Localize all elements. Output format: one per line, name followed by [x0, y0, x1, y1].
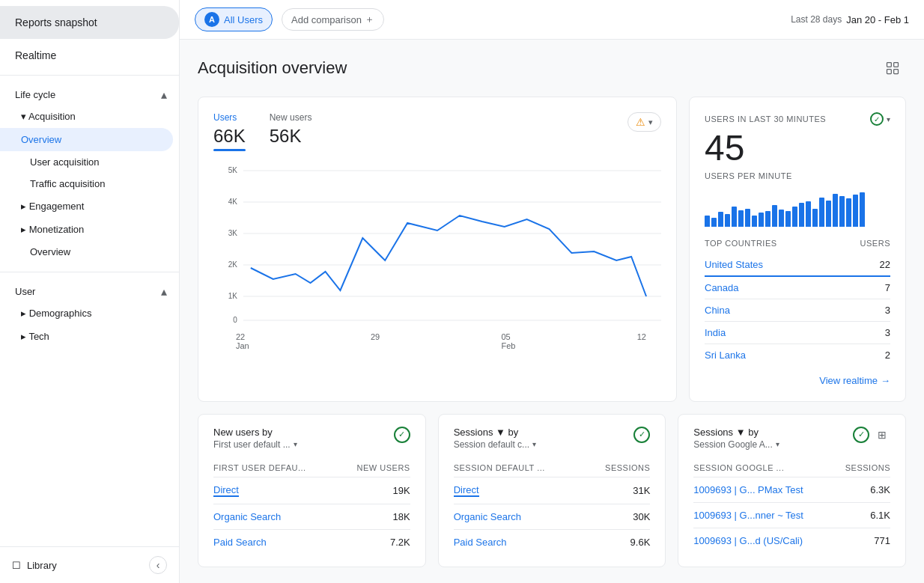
table-row-value: 7.2K — [390, 537, 410, 548]
table-row-name[interactable]: 1009693 | G...nner ~ Test — [693, 510, 803, 521]
alert-triangle-icon: ⚠ — [636, 116, 645, 128]
check-icon: ✓ — [394, 427, 410, 443]
sidebar-acquisition[interactable]: ▾ Acquisition — [0, 105, 173, 128]
table-row: 1009693 | G... PMax Test 6.3K — [693, 477, 890, 503]
card-icons: ✓ ⊞ — [853, 427, 890, 443]
svg-text:2K: 2K — [228, 260, 238, 269]
country-name: United States — [705, 259, 763, 270]
sidebar: Reports snapshot Realtime Life cycle ▴ ▾… — [0, 0, 180, 583]
realtime-card: USERS IN LAST 30 MINUTES ✓ ▾ 45 USERS PE… — [689, 97, 906, 402]
mini-bar-chart — [705, 189, 890, 227]
alert-dropdown-icon: ▾ — [648, 117, 653, 127]
mini-bar-item — [759, 213, 764, 226]
country-row[interactable]: Sri Lanka2 — [705, 344, 890, 366]
sidebar-group-lifecycle: Life cycle ▴ ▾ Acquisition Overview User… — [0, 82, 179, 263]
mini-bar-item — [738, 210, 744, 227]
sidebar-user-section[interactable]: User ▴ — [0, 278, 179, 302]
table-row-name[interactable]: Paid Search — [454, 537, 507, 548]
sidebar-demographics[interactable]: ▸ Demographics — [0, 302, 173, 325]
sidebar-bottom: ☐ Library ‹ — [0, 546, 179, 583]
country-row[interactable]: United States22 — [705, 254, 890, 277]
new-users-metric-tab[interactable]: New users 56K — [270, 112, 312, 151]
dropdown-arrow: ▾ — [776, 440, 779, 448]
bottom-card-0: New users by First user default ... ▾ ✓ … — [198, 414, 426, 567]
chart-alert-button[interactable]: ⚠ ▾ — [627, 112, 661, 132]
arrow-right-icon: → — [881, 375, 890, 386]
line-chart-svg: 5K 4K 3K 2K 1K 0 — [213, 163, 661, 328]
mini-bar-item — [819, 198, 824, 227]
table-row-value: 19K — [393, 485, 410, 496]
main-content: A All Users Add comparison ＋ Last 28 day… — [180, 0, 924, 583]
table-row-value: 771 — [874, 535, 890, 546]
svg-rect-2 — [887, 70, 892, 74]
view-realtime-label: View realtime — [819, 375, 878, 386]
user-acquisition-label: User acquisition — [30, 156, 100, 168]
mini-bar-item — [833, 194, 838, 227]
check-icon: ✓ — [633, 427, 650, 443]
table-row-value: 31K — [633, 485, 650, 496]
sidebar-reports-snapshot[interactable]: Reports snapshot — [0, 6, 179, 39]
page-title: Acquisition overview — [198, 58, 347, 78]
sidebar-monetization[interactable]: ▸ Monetization — [0, 218, 173, 241]
country-row[interactable]: Canada7 — [705, 277, 890, 299]
chart-x-labels: 22Jan 29 05Feb 12 — [213, 328, 661, 350]
x-label-3: 05Feb — [502, 332, 516, 350]
users-metric-tab[interactable]: Users 66K — [213, 112, 246, 151]
main-chart-card: Users 66K New users 56K ⚠ ▾ — [198, 97, 677, 402]
table-row: 1009693 | G...d (US/Cali) 771 — [693, 528, 890, 553]
table-row-name[interactable]: Paid Search — [213, 537, 267, 548]
customize-report-button[interactable] — [879, 55, 906, 82]
sidebar-divider-2 — [0, 272, 179, 272]
mini-bar-item — [772, 205, 777, 227]
table-row: Paid Search 7.2K — [213, 530, 410, 555]
table-row-value: 30K — [633, 511, 650, 522]
sidebar-monetization-overview[interactable]: Overview — [0, 241, 173, 263]
svg-rect-0 — [887, 63, 892, 67]
add-comparison-button[interactable]: Add comparison ＋ — [282, 8, 384, 31]
mini-bar-item — [705, 216, 710, 227]
tech-expand-icon: ▸ — [21, 331, 28, 342]
check-circle-icon: ✓ — [870, 112, 884, 126]
filter-icon[interactable]: ⊞ — [874, 427, 890, 443]
new-users-value: 56K — [270, 126, 312, 147]
table-row-name[interactable]: 1009693 | G...d (US/Cali) — [693, 535, 803, 546]
svg-text:0: 0 — [233, 316, 237, 324]
sidebar-engagement[interactable]: ▸ Engagement — [0, 195, 173, 218]
bottom-card-subtitle[interactable]: Session Google A... ▾ — [693, 439, 779, 450]
sidebar-collapse-button[interactable]: ‹ — [149, 556, 167, 574]
chevron-up-icon: ▴ — [161, 88, 167, 102]
sidebar-library[interactable]: ☐ Library — [12, 560, 57, 571]
dropdown-arrow: ▾ — [532, 440, 536, 448]
table-row-name[interactable]: Organic Search — [454, 511, 521, 522]
monetization-label: Monetization — [29, 224, 85, 235]
all-users-chip[interactable]: A All Users — [195, 7, 273, 31]
topbar-right: Last 28 days Jan 20 - Feb 1 — [791, 14, 909, 25]
table-header: SESSION GOOGLE ... SESSIONS — [693, 459, 890, 477]
sidebar-tech[interactable]: ▸ Tech — [0, 325, 173, 348]
mini-bar-item — [732, 207, 737, 227]
sidebar-user-acquisition[interactable]: User acquisition — [0, 151, 173, 173]
sidebar-traffic-acquisition[interactable]: Traffic acquisition — [0, 173, 173, 195]
date-range[interactable]: Jan 20 - Feb 1 — [846, 14, 909, 25]
table-row-name[interactable]: Direct — [454, 484, 479, 497]
sidebar-lifecycle-section[interactable]: Life cycle ▴ — [0, 82, 179, 105]
country-row[interactable]: China3 — [705, 299, 890, 322]
bottom-card-subtitle[interactable]: First user default ... ▾ — [213, 439, 297, 450]
sidebar-group-user: User ▴ ▸ Demographics ▸ Tech — [0, 278, 179, 348]
table-row: Direct 19K — [213, 477, 410, 504]
table-row-name[interactable]: 1009693 | G... PMax Test — [693, 484, 803, 495]
view-realtime-link[interactable]: View realtime → — [705, 375, 890, 386]
mini-bar-item — [812, 209, 818, 227]
sidebar-realtime[interactable]: Realtime — [0, 42, 179, 69]
sidebar-overview[interactable]: Overview — [0, 128, 173, 151]
mini-bar-item — [765, 211, 770, 226]
traffic-acquisition-label: Traffic acquisition — [30, 178, 105, 189]
country-row[interactable]: India3 — [705, 322, 890, 344]
realtime-number: 45 — [705, 129, 890, 168]
bottom-card-subtitle[interactable]: Session default c... ▾ — [454, 439, 536, 450]
table-row-name[interactable]: Organic Search — [213, 511, 281, 522]
table-row-name[interactable]: Direct — [213, 484, 239, 497]
realtime-status-dropdown[interactable]: ✓ ▾ — [870, 112, 890, 126]
top-countries-header: TOP COUNTRIES USERS — [705, 239, 890, 248]
mini-bar-item — [853, 195, 858, 227]
